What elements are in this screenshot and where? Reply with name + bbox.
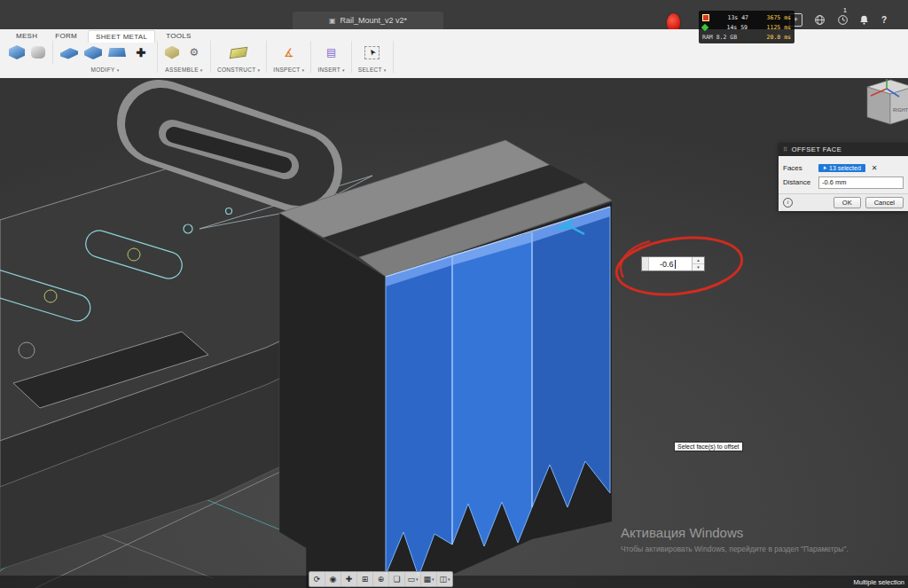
fusion-window: ▣ Rail_Mount_v2 v2* 13s 47 3675 ms 14s 5… bbox=[0, 0, 908, 588]
select-button[interactable]: ➤ bbox=[364, 45, 380, 60]
spin-down-icon[interactable]: ▼ bbox=[693, 264, 704, 270]
soft-box-icon bbox=[31, 46, 45, 59]
ribbon-group-construct: CONSTRUCT▾ bbox=[211, 41, 267, 73]
text-caret bbox=[675, 260, 676, 269]
document-tab[interactable]: ▣ Rail_Mount_v2 v2* bbox=[293, 12, 443, 29]
solid-box-icon bbox=[9, 45, 25, 59]
clear-selection-icon[interactable]: ✕ bbox=[872, 164, 878, 172]
ok-button[interactable]: OK bbox=[834, 197, 861, 208]
cpu-ms: 1125 ms bbox=[767, 24, 791, 31]
grid-settings-icon[interactable]: ▦▾ bbox=[421, 572, 437, 586]
zoom-window-icon[interactable]: ⊞ bbox=[357, 572, 373, 586]
hud-row-cpu: 14s 59 1125 ms bbox=[702, 22, 791, 32]
input-grip[interactable] bbox=[642, 257, 649, 270]
cpu-icon bbox=[701, 23, 708, 30]
selection-status: Multiple selection bbox=[853, 578, 908, 586]
flange-button[interactable] bbox=[59, 44, 79, 60]
modify-menu[interactable]: MODIFY▾ bbox=[91, 67, 120, 73]
hud-row-gpu: 13s 47 3675 ms bbox=[702, 12, 791, 22]
display-settings-icon[interactable]: ▭▾ bbox=[405, 572, 421, 586]
value-spinner[interactable]: ▲ ▼ bbox=[692, 257, 704, 270]
performance-hud: 13s 47 3675 ms 14s 59 1125 ms RAM 8.2 GB… bbox=[699, 11, 794, 43]
navigation-bar: ⟳ ◉ ✚ ⊞ ⊕ ❏ ▭▾ ▦▾ ◫▾ bbox=[309, 571, 453, 587]
fit-icon[interactable]: ❏ bbox=[389, 572, 405, 586]
block-left-face[interactable] bbox=[279, 213, 386, 588]
pan-icon[interactable]: ✚ bbox=[341, 572, 357, 586]
assemble-menu[interactable]: ASSEMBLE▾ bbox=[165, 67, 202, 73]
unfold-button[interactable] bbox=[107, 44, 127, 60]
distance-label: Distance bbox=[783, 178, 818, 186]
orbit-icon[interactable]: ⟳ bbox=[309, 572, 325, 586]
soft-box-button[interactable] bbox=[30, 45, 46, 59]
insert-menu[interactable]: INSERT▾ bbox=[317, 67, 344, 73]
gpu-stat: 13s 47 bbox=[728, 14, 748, 21]
construct-menu[interactable]: CONSTRUCT▾ bbox=[217, 67, 260, 73]
dialog-footer: i OK Cancel bbox=[779, 193, 908, 211]
select-cursor-icon: ➤ bbox=[364, 46, 380, 59]
app-icons: + 1 ? bbox=[789, 9, 908, 30]
offset-value-input[interactable]: -0.6 ▲ ▼ bbox=[641, 256, 705, 271]
windows-watermark-subtitle: Чтобы активировать Windows, перейдите в … bbox=[621, 545, 904, 553]
spin-up-icon[interactable]: ▲ bbox=[693, 257, 704, 264]
bend-button[interactable] bbox=[83, 44, 103, 60]
distance-input[interactable]: -0.6 mm bbox=[818, 176, 904, 189]
view-cube[interactable]: RIGHT bbox=[867, 80, 908, 124]
construction-plane-icon bbox=[230, 46, 248, 58]
cursor-icon: ➤ bbox=[820, 165, 827, 172]
job-status[interactable]: 1 bbox=[837, 14, 847, 26]
new-component-button[interactable] bbox=[164, 45, 180, 60]
select-menu[interactable]: SELECT▾ bbox=[358, 67, 387, 73]
hud-row-ram: RAM 8.2 GB 20.0 ms bbox=[702, 32, 791, 42]
selected-face-1[interactable] bbox=[386, 255, 452, 576]
cancel-button[interactable]: Cancel bbox=[865, 197, 904, 208]
unfold-icon bbox=[108, 45, 126, 59]
selected-face-2[interactable] bbox=[452, 232, 532, 546]
joint-button[interactable]: ⚙ bbox=[184, 43, 204, 61]
bend-icon bbox=[84, 45, 102, 59]
cpu-stat: 14s 59 bbox=[727, 24, 748, 31]
new-component-icon bbox=[165, 46, 179, 59]
ribbon-group-assemble: ⚙ ASSEMBLE▾ bbox=[158, 41, 211, 73]
view-cube-label: RIGHT bbox=[893, 107, 908, 113]
ribbon-group-inspect: ∡ INSPECT▾ bbox=[267, 41, 311, 73]
ram-stat: RAM 8.2 GB bbox=[702, 34, 737, 41]
viewport-canvas[interactable]: RIGHT bbox=[0, 78, 908, 588]
measure-button[interactable]: ∡ bbox=[279, 43, 299, 61]
dialog-header[interactable]: ⠿ OFFSET FACE bbox=[779, 143, 908, 156]
arm-feature[interactable] bbox=[160, 122, 300, 170]
construction-plane-button[interactable] bbox=[229, 43, 248, 61]
ribbon-group-select: ➤ SELECT▾ bbox=[352, 41, 394, 73]
job-count-badge: 1 bbox=[843, 7, 847, 26]
frame-time: 20.0 ms bbox=[767, 34, 791, 41]
measure-icon: ∡ bbox=[280, 44, 298, 60]
move-button[interactable]: ✚ bbox=[131, 43, 151, 61]
windows-watermark-title: Активация Windows bbox=[621, 525, 743, 540]
prompt-tooltip: Select face(s) to offset bbox=[674, 442, 743, 451]
solid-box-button[interactable] bbox=[8, 44, 26, 60]
dialog-body: Faces ➤ 13 selected ✕ Distance -0.6 mm bbox=[779, 156, 908, 193]
viewports-icon[interactable]: ◫▾ bbox=[437, 572, 452, 586]
faces-label: Faces bbox=[783, 164, 818, 172]
distance-row: Distance -0.6 mm bbox=[783, 176, 904, 188]
look-at-icon[interactable]: ◉ bbox=[325, 572, 341, 586]
faces-selection-chip[interactable]: ➤ 13 selected bbox=[818, 164, 865, 172]
move-icon: ✚ bbox=[132, 44, 150, 60]
faces-row: Faces ➤ 13 selected ✕ bbox=[783, 162, 904, 174]
zoom-icon[interactable]: ⊕ bbox=[373, 572, 389, 586]
selected-face-3[interactable] bbox=[532, 207, 610, 507]
inspect-menu[interactable]: INSPECT▾ bbox=[273, 67, 304, 73]
insert-button[interactable]: ▤ bbox=[322, 43, 341, 61]
document-icon: ▣ bbox=[329, 17, 336, 25]
drag-grip-icon: ⠿ bbox=[783, 146, 788, 153]
ribbon-groups: ✚ MODIFY▾ ⚙ ASSEMBLE▾ bbox=[2, 41, 394, 73]
notifications-icon[interactable] bbox=[858, 14, 870, 26]
status-bar: Multiple selection bbox=[0, 576, 908, 588]
online-icon[interactable] bbox=[814, 14, 826, 26]
ribbon-group-insert: ▤ INSERT▾ bbox=[311, 41, 351, 73]
offset-value[interactable]: -0.6 bbox=[660, 260, 674, 269]
help-icon[interactable]: ? bbox=[881, 15, 887, 25]
info-icon[interactable]: i bbox=[783, 198, 793, 208]
insert-icon: ▤ bbox=[323, 44, 340, 60]
dialog-title: OFFSET FACE bbox=[792, 145, 842, 153]
flange-icon bbox=[60, 45, 78, 59]
